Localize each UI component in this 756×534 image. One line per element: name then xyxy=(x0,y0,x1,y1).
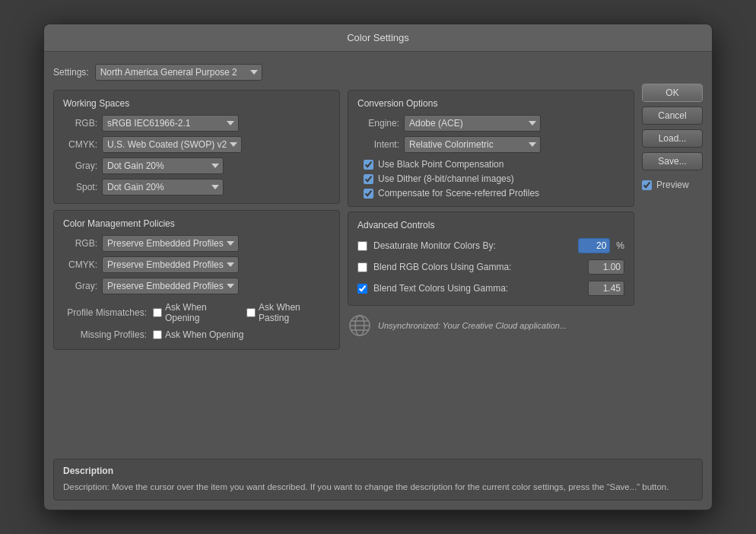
missing-profiles-label: Missing Profiles: xyxy=(63,329,147,340)
unsync-text: Unsynchronized: Your Creative Cloud appl… xyxy=(378,321,567,330)
scene-referred-label[interactable]: Compensate for Scene-referred Profiles xyxy=(378,188,539,199)
blend-rgb-checkbox[interactable] xyxy=(357,262,367,272)
ws-rgb-select[interactable]: sRGB IEC61966-2.1 xyxy=(102,115,239,132)
dither-row: Use Dither (8-bit/channel images) xyxy=(364,173,624,184)
profile-mismatches-label: Profile Mismatches: xyxy=(63,307,147,318)
ask-pasting-checkbox[interactable] xyxy=(246,308,256,317)
ask-opening-mismatch-group: Ask When Opening xyxy=(153,302,240,323)
black-point-label[interactable]: Use Black Point Compensation xyxy=(378,159,503,170)
ws-gray-row: Gray: Dot Gain 20% xyxy=(63,157,330,174)
intent-row: Intent: Relative Colorimetric xyxy=(357,136,624,153)
cm-gray-select[interactable]: Preserve Embedded Profiles xyxy=(102,278,239,294)
ask-pasting-group: Ask When Pasting xyxy=(246,302,330,323)
description-box: Description Description: Move the cursor… xyxy=(53,459,703,501)
preview-checkbox[interactable] xyxy=(642,180,652,190)
advanced-section: Advanced Controls Desaturate Monitor Col… xyxy=(348,211,634,306)
color-management-title: Color Management Policies xyxy=(63,218,330,229)
cm-rgb-row: RGB: Preserve Embedded Profiles xyxy=(63,235,330,252)
working-spaces-title: Working Spaces xyxy=(63,98,330,109)
main-content: Settings: North America General Purpose … xyxy=(53,61,634,450)
dialog-title: Color Settings xyxy=(44,24,712,52)
ws-spot-label: Spot: xyxy=(63,182,97,192)
blend-text-label[interactable]: Blend Text Colors Using Gamma: xyxy=(373,283,582,294)
two-col-layout: Working Spaces RGB: sRGB IEC61966-2.1 CM… xyxy=(53,90,634,350)
black-point-row: Use Black Point Compensation xyxy=(364,159,624,170)
percent-sign: % xyxy=(616,240,624,251)
description-title: Description xyxy=(63,466,693,476)
ask-opening-mismatch-checkbox[interactable] xyxy=(153,308,162,317)
cm-rgb-label: RGB: xyxy=(63,238,97,249)
preview-label[interactable]: Preview xyxy=(656,180,689,190)
preview-row: Preview xyxy=(642,180,703,190)
ws-gray-select[interactable]: Dot Gain 20% xyxy=(102,157,224,174)
ask-pasting-label[interactable]: Ask When Pasting xyxy=(259,302,330,323)
scene-referred-row: Compensate for Scene-referred Profiles xyxy=(364,188,624,199)
color-settings-dialog: Color Settings Settings: North America G… xyxy=(43,24,713,510)
ask-opening-missing-label[interactable]: Ask When Opening xyxy=(165,329,243,340)
ws-rgb-row: RGB: sRGB IEC61966-2.1 xyxy=(63,115,330,132)
buttons-column: OK Cancel Load... Save... Preview xyxy=(642,61,703,450)
cm-cmyk-row: CMYK: Preserve Embedded Profiles xyxy=(63,256,330,273)
settings-row: Settings: North America General Purpose … xyxy=(53,61,634,84)
description-text: Description: Move the cursor over the it… xyxy=(63,481,693,494)
blend-text-row: Blend Text Colors Using Gamma: 1.45 xyxy=(357,279,624,297)
settings-select[interactable]: North America General Purpose 2 Monitor … xyxy=(95,64,262,81)
unsync-row: Unsynchronized: Your Creative Cloud appl… xyxy=(348,310,634,341)
cm-rgb-select[interactable]: Preserve Embedded Profiles xyxy=(102,235,239,252)
engine-row: Engine: Adobe (ACE) xyxy=(357,115,624,132)
ws-cmyk-label: CMYK: xyxy=(63,139,97,150)
left-column: Working Spaces RGB: sRGB IEC61966-2.1 CM… xyxy=(53,90,340,350)
ws-cmyk-select[interactable]: U.S. Web Coated (SWOP) v2 xyxy=(102,136,242,153)
blend-text-input[interactable]: 1.45 xyxy=(588,281,624,296)
dither-checkbox[interactable] xyxy=(364,174,373,184)
engine-label: Engine: xyxy=(357,118,399,129)
black-point-checkbox[interactable] xyxy=(364,160,373,170)
globe-icon xyxy=(348,313,372,338)
blend-rgb-label[interactable]: Blend RGB Colors Using Gamma: xyxy=(373,262,582,272)
scene-referred-checkbox[interactable] xyxy=(364,189,373,199)
ask-opening-mismatch-label[interactable]: Ask When Opening xyxy=(165,302,240,323)
desaturate-label[interactable]: Desaturate Monitor Colors By: xyxy=(373,240,572,251)
conversion-section: Conversion Options Engine: Adobe (ACE) I… xyxy=(348,90,634,207)
intent-select[interactable]: Relative Colorimetric xyxy=(404,136,541,153)
intent-label: Intent: xyxy=(357,139,399,150)
ok-button[interactable]: OK xyxy=(642,84,703,102)
ask-opening-missing-group: Ask When Opening xyxy=(153,329,243,340)
ws-gray-label: Gray: xyxy=(63,161,97,171)
advanced-title: Advanced Controls xyxy=(357,220,624,230)
ws-rgb-label: RGB: xyxy=(63,118,97,129)
ws-spot-row: Spot: Dot Gain 20% xyxy=(63,179,330,195)
save-button[interactable]: Save... xyxy=(642,152,703,170)
cm-gray-row: Gray: Preserve Embedded Profiles xyxy=(63,278,330,294)
blend-rgb-row: Blend RGB Colors Using Gamma: 1.00 xyxy=(357,258,624,276)
right-column: Conversion Options Engine: Adobe (ACE) I… xyxy=(348,90,634,350)
cm-gray-label: Gray: xyxy=(63,281,97,291)
desaturate-checkbox[interactable] xyxy=(357,241,367,251)
blend-rgb-input[interactable]: 1.00 xyxy=(588,259,624,275)
ws-cmyk-row: CMYK: U.S. Web Coated (SWOP) v2 xyxy=(63,136,330,153)
cm-cmyk-select[interactable]: Preserve Embedded Profiles xyxy=(102,256,239,273)
profile-mismatches-row: Profile Mismatches: Ask When Opening Ask… xyxy=(63,300,330,325)
dither-label[interactable]: Use Dither (8-bit/channel images) xyxy=(378,173,514,184)
settings-label: Settings: xyxy=(53,67,89,78)
blend-text-checkbox[interactable] xyxy=(357,284,367,294)
load-button[interactable]: Load... xyxy=(642,129,703,148)
engine-select[interactable]: Adobe (ACE) xyxy=(404,115,541,132)
desaturate-row: Desaturate Monitor Colors By: 20 % xyxy=(357,237,624,255)
missing-profiles-row: Missing Profiles: Ask When Opening xyxy=(63,328,330,342)
desaturate-input[interactable]: 20 xyxy=(578,238,610,253)
ask-opening-missing-checkbox[interactable] xyxy=(153,330,162,339)
cancel-button[interactable]: Cancel xyxy=(642,106,703,125)
conversion-title: Conversion Options xyxy=(357,98,624,109)
ws-spot-select[interactable]: Dot Gain 20% xyxy=(102,179,224,195)
dialog-body: Settings: North America General Purpose … xyxy=(44,52,712,459)
working-spaces-section: Working Spaces RGB: sRGB IEC61966-2.1 CM… xyxy=(53,90,340,204)
cm-cmyk-label: CMYK: xyxy=(63,259,97,270)
color-management-section: Color Management Policies RGB: Preserve … xyxy=(53,210,340,350)
